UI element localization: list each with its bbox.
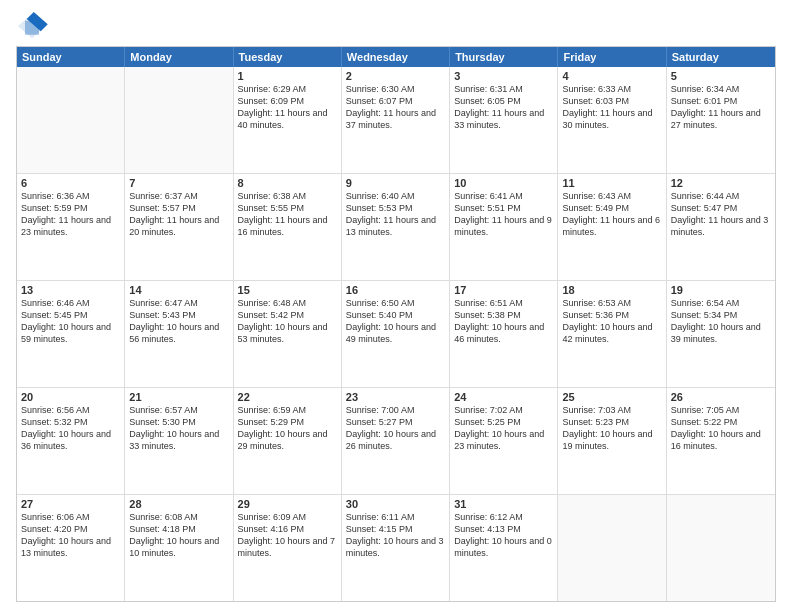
- sunset-text: Sunset: 5:43 PM: [129, 309, 228, 321]
- sunrise-text: Sunrise: 6:40 AM: [346, 190, 445, 202]
- sunset-text: Sunset: 5:27 PM: [346, 416, 445, 428]
- cal-week-0: 1Sunrise: 6:29 AMSunset: 6:09 PMDaylight…: [17, 67, 775, 174]
- daylight-text: Daylight: 10 hours and 46 minutes.: [454, 321, 553, 345]
- sunrise-text: Sunrise: 6:43 AM: [562, 190, 661, 202]
- cal-cell: 26Sunrise: 7:05 AMSunset: 5:22 PMDayligh…: [667, 388, 775, 494]
- sunset-text: Sunset: 5:42 PM: [238, 309, 337, 321]
- sunset-text: Sunset: 5:22 PM: [671, 416, 771, 428]
- daylight-text: Daylight: 10 hours and 39 minutes.: [671, 321, 771, 345]
- daylight-text: Daylight: 10 hours and 53 minutes.: [238, 321, 337, 345]
- sunrise-text: Sunrise: 6:54 AM: [671, 297, 771, 309]
- sunrise-text: Sunrise: 6:29 AM: [238, 83, 337, 95]
- sunrise-text: Sunrise: 6:38 AM: [238, 190, 337, 202]
- daylight-text: Daylight: 10 hours and 16 minutes.: [671, 428, 771, 452]
- cal-cell: 19Sunrise: 6:54 AMSunset: 5:34 PMDayligh…: [667, 281, 775, 387]
- cal-cell: 11Sunrise: 6:43 AMSunset: 5:49 PMDayligh…: [558, 174, 666, 280]
- sunrise-text: Sunrise: 6:12 AM: [454, 511, 553, 523]
- sunrise-text: Sunrise: 6:08 AM: [129, 511, 228, 523]
- day-number: 9: [346, 177, 445, 189]
- sunset-text: Sunset: 5:53 PM: [346, 202, 445, 214]
- day-number: 2: [346, 70, 445, 82]
- sunset-text: Sunset: 6:01 PM: [671, 95, 771, 107]
- cal-cell: [125, 67, 233, 173]
- daylight-text: Daylight: 11 hours and 30 minutes.: [562, 107, 661, 131]
- daylight-text: Daylight: 10 hours and 26 minutes.: [346, 428, 445, 452]
- sunrise-text: Sunrise: 6:44 AM: [671, 190, 771, 202]
- sunrise-text: Sunrise: 6:33 AM: [562, 83, 661, 95]
- cal-header-thursday: Thursday: [450, 47, 558, 67]
- calendar-header-row: SundayMondayTuesdayWednesdayThursdayFrid…: [17, 47, 775, 67]
- day-number: 21: [129, 391, 228, 403]
- cal-cell: 9Sunrise: 6:40 AMSunset: 5:53 PMDaylight…: [342, 174, 450, 280]
- daylight-text: Daylight: 10 hours and 56 minutes.: [129, 321, 228, 345]
- sunrise-text: Sunrise: 7:02 AM: [454, 404, 553, 416]
- svg-marker-2: [25, 21, 39, 35]
- sunset-text: Sunset: 5:25 PM: [454, 416, 553, 428]
- cal-cell: 16Sunrise: 6:50 AMSunset: 5:40 PMDayligh…: [342, 281, 450, 387]
- day-number: 19: [671, 284, 771, 296]
- sunrise-text: Sunrise: 6:30 AM: [346, 83, 445, 95]
- cal-cell: 7Sunrise: 6:37 AMSunset: 5:57 PMDaylight…: [125, 174, 233, 280]
- daylight-text: Daylight: 11 hours and 33 minutes.: [454, 107, 553, 131]
- cal-cell: 22Sunrise: 6:59 AMSunset: 5:29 PMDayligh…: [234, 388, 342, 494]
- daylight-text: Daylight: 10 hours and 0 minutes.: [454, 535, 553, 559]
- sunset-text: Sunset: 5:45 PM: [21, 309, 120, 321]
- cal-header-wednesday: Wednesday: [342, 47, 450, 67]
- sunrise-text: Sunrise: 6:34 AM: [671, 83, 771, 95]
- sunrise-text: Sunrise: 6:57 AM: [129, 404, 228, 416]
- calendar: SundayMondayTuesdayWednesdayThursdayFrid…: [16, 46, 776, 602]
- day-number: 8: [238, 177, 337, 189]
- calendar-body: 1Sunrise: 6:29 AMSunset: 6:09 PMDaylight…: [17, 67, 775, 601]
- daylight-text: Daylight: 10 hours and 3 minutes.: [346, 535, 445, 559]
- day-number: 31: [454, 498, 553, 510]
- sunrise-text: Sunrise: 6:50 AM: [346, 297, 445, 309]
- daylight-text: Daylight: 11 hours and 20 minutes.: [129, 214, 228, 238]
- cal-cell: 13Sunrise: 6:46 AMSunset: 5:45 PMDayligh…: [17, 281, 125, 387]
- cal-cell: 23Sunrise: 7:00 AMSunset: 5:27 PMDayligh…: [342, 388, 450, 494]
- sunrise-text: Sunrise: 6:48 AM: [238, 297, 337, 309]
- sunrise-text: Sunrise: 6:47 AM: [129, 297, 228, 309]
- daylight-text: Daylight: 10 hours and 10 minutes.: [129, 535, 228, 559]
- sunset-text: Sunset: 5:40 PM: [346, 309, 445, 321]
- daylight-text: Daylight: 10 hours and 7 minutes.: [238, 535, 337, 559]
- day-number: 18: [562, 284, 661, 296]
- sunrise-text: Sunrise: 7:00 AM: [346, 404, 445, 416]
- cal-cell: [558, 495, 666, 601]
- sunset-text: Sunset: 4:18 PM: [129, 523, 228, 535]
- cal-cell: 24Sunrise: 7:02 AMSunset: 5:25 PMDayligh…: [450, 388, 558, 494]
- day-number: 24: [454, 391, 553, 403]
- sunrise-text: Sunrise: 6:11 AM: [346, 511, 445, 523]
- cal-cell: 14Sunrise: 6:47 AMSunset: 5:43 PMDayligh…: [125, 281, 233, 387]
- cal-week-2: 13Sunrise: 6:46 AMSunset: 5:45 PMDayligh…: [17, 281, 775, 388]
- day-number: 17: [454, 284, 553, 296]
- sunset-text: Sunset: 4:16 PM: [238, 523, 337, 535]
- sunset-text: Sunset: 5:36 PM: [562, 309, 661, 321]
- daylight-text: Daylight: 10 hours and 13 minutes.: [21, 535, 120, 559]
- sunset-text: Sunset: 5:55 PM: [238, 202, 337, 214]
- sunrise-text: Sunrise: 6:51 AM: [454, 297, 553, 309]
- sunset-text: Sunset: 5:51 PM: [454, 202, 553, 214]
- daylight-text: Daylight: 10 hours and 59 minutes.: [21, 321, 120, 345]
- cal-header-saturday: Saturday: [667, 47, 775, 67]
- cal-cell: 8Sunrise: 6:38 AMSunset: 5:55 PMDaylight…: [234, 174, 342, 280]
- cal-cell: 29Sunrise: 6:09 AMSunset: 4:16 PMDayligh…: [234, 495, 342, 601]
- cal-header-sunday: Sunday: [17, 47, 125, 67]
- day-number: 25: [562, 391, 661, 403]
- sunrise-text: Sunrise: 7:05 AM: [671, 404, 771, 416]
- cal-cell: 25Sunrise: 7:03 AMSunset: 5:23 PMDayligh…: [558, 388, 666, 494]
- cal-cell: 10Sunrise: 6:41 AMSunset: 5:51 PMDayligh…: [450, 174, 558, 280]
- day-number: 7: [129, 177, 228, 189]
- cal-cell: 17Sunrise: 6:51 AMSunset: 5:38 PMDayligh…: [450, 281, 558, 387]
- logo-icon: [16, 12, 48, 40]
- day-number: 5: [671, 70, 771, 82]
- cal-header-monday: Monday: [125, 47, 233, 67]
- sunset-text: Sunset: 6:09 PM: [238, 95, 337, 107]
- daylight-text: Daylight: 11 hours and 37 minutes.: [346, 107, 445, 131]
- daylight-text: Daylight: 11 hours and 27 minutes.: [671, 107, 771, 131]
- daylight-text: Daylight: 10 hours and 19 minutes.: [562, 428, 661, 452]
- sunset-text: Sunset: 5:29 PM: [238, 416, 337, 428]
- day-number: 27: [21, 498, 120, 510]
- cal-week-3: 20Sunrise: 6:56 AMSunset: 5:32 PMDayligh…: [17, 388, 775, 495]
- sunset-text: Sunset: 5:30 PM: [129, 416, 228, 428]
- page: SundayMondayTuesdayWednesdayThursdayFrid…: [0, 0, 792, 612]
